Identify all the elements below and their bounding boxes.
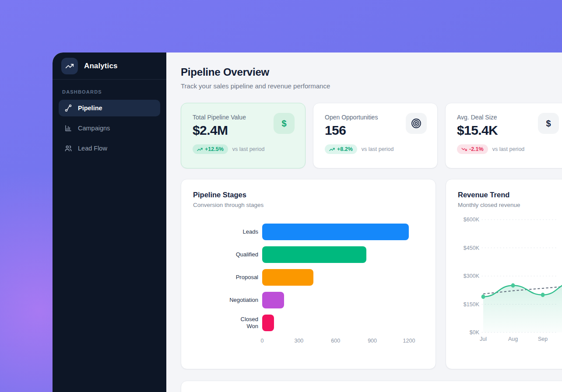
bar-chart-icon — [64, 124, 72, 132]
trending-up-icon — [197, 147, 203, 152]
x-tick-label: 0 — [261, 338, 264, 344]
kpi-icon-tile: $ — [538, 113, 559, 134]
y-axis-labels: $0K$150K$300K$450K$600K — [458, 220, 483, 332]
kpi-card-total-pipeline-value[interactable]: Total Pipeline Value $2.4M +12.5% vs las… — [181, 103, 306, 168]
sidebar-item-label: Pipeline — [78, 105, 102, 112]
bar-track — [262, 291, 424, 309]
revenue-trend-line-chart: $0K$150K$300K$450K$600K JulAugSep — [458, 220, 558, 332]
y-tick-label: $0K — [470, 329, 479, 336]
bar-category-label: Qualified — [193, 251, 262, 258]
delta-badge: -2.1% — [457, 144, 488, 154]
bar-category-label: Closed Won — [193, 316, 262, 330]
trending-up-icon — [65, 62, 74, 70]
bar-row: Proposal — [193, 266, 424, 289]
bar-track — [262, 314, 424, 332]
chart-card-pipeline-stages: Pipeline Stages Conversion through stage… — [181, 179, 436, 369]
sidebar-item-label: Campaigns — [78, 125, 110, 132]
bar-row: Closed Won — [193, 312, 424, 334]
bar-leads — [262, 224, 409, 240]
bar-proposal — [262, 269, 313, 286]
analytics-logo — [61, 58, 78, 74]
charts-row: Pipeline Stages Conversion through stage… — [181, 179, 562, 369]
x-tick-label: Jul — [480, 336, 487, 342]
kpi-icon-tile: $ — [274, 113, 295, 134]
sidebar-nav: DASHBOARDS Pipeline Campaigns — [53, 80, 166, 157]
data-point — [481, 294, 485, 299]
page-title: Pipeline Overview — [181, 66, 562, 78]
kpi-card-open-opportunities[interactable]: Open Opportunities 156 +8.2% vs last per… — [313, 103, 438, 168]
bar-track — [262, 223, 424, 241]
main-content: Pipeline Overview Track your sales pipel… — [166, 52, 562, 392]
kpi-row: Total Pipeline Value $2.4M +12.5% vs las… — [181, 103, 562, 168]
delta-badge: +12.5% — [193, 144, 228, 154]
bar-category-label: Proposal — [193, 274, 262, 281]
target-icon — [411, 118, 422, 129]
kpi-icon-tile — [406, 113, 427, 134]
delta-badge: +8.2% — [325, 144, 357, 154]
y-tick-label: $150K — [464, 301, 479, 308]
app-window: Analytics DASHBOARDS Pipeline Campaigns — [53, 52, 562, 392]
bar-negotiation — [262, 292, 284, 308]
y-tick-label: $300K — [464, 273, 479, 279]
x-tick-label: Sep — [538, 336, 548, 342]
bar-row: Negotiation — [193, 289, 424, 312]
chart-subtitle: Monthly closed revenue — [458, 202, 558, 208]
data-point — [511, 284, 515, 288]
sidebar: Analytics DASHBOARDS Pipeline Campaigns — [53, 52, 166, 392]
brand: Analytics — [53, 52, 166, 80]
bar-row: Leads — [193, 220, 424, 243]
pipeline-stages-bar-chart: LeadsQualifiedProposalNegotiationClosed … — [193, 220, 424, 346]
compare-label: vs last period — [362, 146, 394, 152]
bar-track — [262, 269, 424, 286]
data-point — [541, 293, 545, 297]
bar-row: Qualified — [193, 243, 424, 266]
kpi-card-avg-deal-size[interactable]: Avg. Deal Size $15.4K -2.1% vs last peri… — [445, 103, 562, 168]
dollar-sign-icon: $ — [281, 119, 286, 129]
chart-subtitle: Conversion through stages — [193, 202, 424, 208]
chart-title: Revenue Trend — [458, 191, 558, 199]
x-tick-label: 300 — [294, 338, 303, 344]
brand-name: Analytics — [84, 62, 118, 70]
bar-qualified — [262, 246, 366, 263]
route-icon — [64, 104, 72, 112]
compare-label: vs last period — [232, 146, 265, 152]
x-tick-label: 600 — [331, 338, 340, 344]
chart-card-revenue-trend: Revenue Trend Monthly closed revenue $0K… — [446, 179, 562, 369]
dollar-sign-icon: $ — [546, 119, 551, 129]
nav-section-label: DASHBOARDS — [59, 89, 160, 94]
trending-down-icon — [461, 147, 467, 152]
page-subtitle: Track your sales pipeline and revenue pe… — [181, 82, 562, 90]
y-tick-label: $450K — [464, 245, 479, 251]
bottom-card — [181, 381, 562, 392]
compare-label: vs last period — [492, 146, 525, 152]
line-chart-plot: JulAugSep — [483, 220, 558, 332]
sidebar-item-label: Lead Flow — [78, 145, 107, 152]
x-tick-label: Aug — [508, 336, 518, 342]
trending-up-icon — [329, 147, 335, 152]
bar-track — [262, 246, 424, 263]
chart-title: Pipeline Stages — [193, 191, 424, 199]
bar-closed-won — [262, 315, 274, 331]
bar-category-label: Leads — [193, 228, 262, 235]
users-icon — [64, 144, 72, 152]
x-tick-label: 900 — [368, 338, 377, 344]
x-tick-label: 1200 — [403, 338, 415, 344]
sidebar-item-pipeline[interactable]: Pipeline — [59, 100, 160, 116]
y-tick-label: $600K — [464, 217, 479, 223]
sidebar-item-lead-flow[interactable]: Lead Flow — [59, 140, 160, 157]
x-axis: 03006009001200 — [193, 338, 424, 346]
line-chart-svg — [483, 220, 558, 332]
sidebar-item-campaigns[interactable]: Campaigns — [59, 120, 160, 136]
bar-category-label: Negotiation — [193, 297, 262, 304]
